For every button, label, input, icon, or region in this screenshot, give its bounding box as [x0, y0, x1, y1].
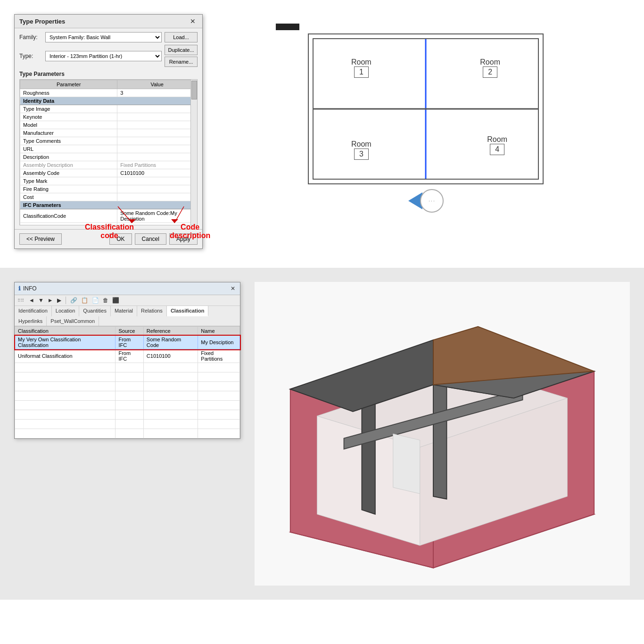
table-row: Description	[20, 153, 197, 161]
floorplan-nav: · · ·	[408, 189, 444, 213]
nav-circle[interactable]: · · ·	[420, 189, 444, 213]
col-value: Value	[117, 80, 197, 89]
empty-row-4	[15, 391, 240, 401]
toolbar-forward[interactable]: ►	[47, 297, 54, 304]
tab-pset[interactable]: Pset_WallCommon	[47, 316, 99, 326]
empty-row-8	[15, 429, 240, 438]
duplicate-button[interactable]: Duplicate...	[165, 45, 198, 55]
info-toolbar: ⠿⠿ ◄ ▼ ► ▶ 🔗 📋 📄 🗑 ⬛	[15, 295, 240, 306]
table-row: Assembly CodeC1010100	[20, 169, 197, 177]
right-area: Room 1 Room 2 Room 3 Room	[222, 14, 630, 213]
table-row: Type Mark	[20, 177, 197, 185]
view-3d	[255, 282, 630, 586]
room-2: Room 2	[480, 58, 500, 78]
svg-marker-1	[129, 219, 136, 223]
toolbar-down[interactable]: ▼	[37, 297, 45, 304]
tab-classification[interactable]: Classification	[167, 306, 209, 316]
info-tabs: Identification Location Quantities Mater…	[15, 306, 240, 326]
table-row: Type Comments	[20, 137, 197, 145]
tab-hyperlinks[interactable]: Hyperlinks	[15, 316, 47, 326]
info-icon: ℹ	[18, 285, 21, 292]
dialog-title: Type Properties	[19, 18, 65, 25]
table-row: Keynote	[20, 113, 197, 121]
scrollbar-thumb[interactable]	[191, 81, 197, 99]
info-table-container: Classification Source Reference Name My …	[15, 326, 240, 438]
empty-row-3	[15, 382, 240, 391]
table-row: Roughness 3	[20, 89, 197, 97]
family-row: Family: System Family: Basic Wall Load..…	[19, 32, 198, 42]
floorplan-area: Room 1 Room 2 Room 3 Room	[222, 14, 630, 213]
toolbar-icon4[interactable]: 🗑	[102, 297, 109, 304]
type-select[interactable]: Interior - 123mm Partition (1-hr)	[45, 51, 162, 61]
empty-row-5	[15, 401, 240, 410]
room-3: Room 3	[351, 140, 372, 160]
empty-row-1	[15, 363, 240, 372]
col-parameter: Parameter	[20, 80, 117, 89]
col-reference: Reference	[143, 327, 198, 336]
toolbar-icon3[interactable]: 📄	[91, 297, 100, 304]
toolbar-grip: ⠿⠿	[17, 298, 24, 303]
dialog-titlebar: Type Properties ✕	[15, 15, 202, 28]
svg-marker-18	[393, 434, 420, 494]
type-label: Type:	[19, 53, 45, 59]
load-button[interactable]: Load...	[165, 32, 198, 42]
toolbar-play[interactable]: ▶	[56, 297, 62, 304]
room-4: Room 4	[487, 135, 507, 155]
info-title: ℹ INFO	[18, 285, 37, 292]
toolbar-back[interactable]: ◄	[28, 297, 35, 304]
tab-material[interactable]: Material	[111, 306, 137, 316]
classification-code-label: Classificationcode	[85, 223, 134, 240]
table-row: Manufacturer	[20, 129, 197, 137]
col-classification: Classification	[15, 327, 116, 336]
col-source: Source	[116, 327, 143, 336]
table-row: Fire Rating	[20, 185, 197, 193]
table-row: Type Image	[20, 105, 197, 113]
table-row: URL	[20, 145, 197, 153]
close-button[interactable]: ✕	[188, 17, 198, 25]
toolbar-sep	[66, 297, 66, 304]
empty-row-7	[15, 420, 240, 429]
tab-quantities[interactable]: Quantities	[79, 306, 111, 316]
bottom-section: ℹ INFO ✕ ⠿⠿ ◄ ▼ ► ▶ 🔗 📋 📄 🗑 ⬛ Identifica…	[0, 268, 644, 600]
info-close-button[interactable]: ✕	[230, 285, 236, 292]
empty-row-6	[15, 410, 240, 420]
info-row-uniformat: Uniformat Classification From IFC C10101…	[15, 349, 240, 363]
building-3d-svg	[255, 282, 630, 586]
type-row: Type: Interior - 123mm Partition (1-hr) …	[19, 45, 198, 67]
toolbar-icon2[interactable]: 📋	[80, 297, 89, 304]
code-description-label: Codedescription	[170, 223, 210, 240]
type-params-label: Type Parameters	[19, 71, 198, 77]
tab-location[interactable]: Location	[52, 306, 80, 316]
info-title-text: INFO	[23, 285, 37, 292]
info-dialog: ℹ INFO ✕ ⠿⠿ ◄ ▼ ► ▶ 🔗 📋 📄 🗑 ⬛ Identifica…	[14, 282, 240, 439]
tab-identification[interactable]: Identification	[15, 306, 52, 316]
tab-relations[interactable]: Relations	[137, 306, 167, 316]
toolbar-icon1[interactable]: 🔗	[69, 297, 78, 304]
annotation-svg	[38, 197, 264, 258]
section-identity: Identity Data	[20, 97, 197, 105]
svg-marker-3	[171, 219, 178, 223]
info-titlebar: ℹ INFO ✕	[15, 282, 240, 295]
table-row: Assembly Description Fixed Partitions	[20, 161, 197, 169]
info-table: Classification Source Reference Name My …	[15, 326, 240, 438]
floorplan-canvas: Room 1 Room 2 Room 3 Room	[308, 33, 544, 184]
empty-row-2	[15, 372, 240, 382]
col-name: Name	[198, 327, 240, 336]
horizontal-wall	[314, 108, 538, 110]
info-row-classification: My Very Own Classification Classificatio…	[15, 336, 240, 349]
fp-outer: Room 1 Room 2 Room 3 Room	[313, 38, 539, 180]
family-label: Family:	[19, 34, 45, 41]
toolbar-icon5[interactable]: ⬛	[111, 297, 120, 304]
family-select[interactable]: System Family: Basic Wall	[45, 32, 162, 42]
floorplan-header-bar	[276, 24, 299, 30]
rename-button[interactable]: Rename...	[165, 57, 198, 67]
table-row: Model	[20, 121, 197, 129]
room-1: Room 1	[351, 58, 372, 78]
annotation-area: Classificationcode Codedescription	[38, 197, 264, 258]
